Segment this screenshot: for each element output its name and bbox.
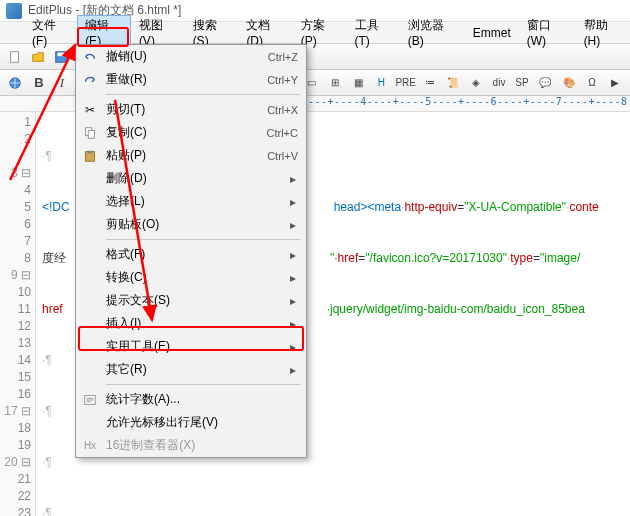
app-icon	[6, 3, 22, 19]
heading-icon[interactable]: H	[370, 73, 392, 93]
menu-help[interactable]: 帮助(H)	[576, 15, 630, 50]
wordcount-icon	[82, 392, 98, 408]
line-gutter: 12 3 ⊟45 678 9 ⊟1011 121314 151617 ⊟ 181…	[0, 112, 36, 516]
italic-icon[interactable]: I	[51, 73, 73, 93]
menu-window[interactable]: 窗口(W)	[519, 15, 576, 50]
menu-file[interactable]: 文件(F)	[24, 15, 77, 50]
open-file-icon[interactable]	[27, 47, 49, 67]
annotation-box-edit	[77, 27, 129, 47]
svg-rect-5	[88, 130, 94, 138]
menu-delete[interactable]: 删除(D)▸	[76, 167, 306, 190]
list-icon[interactable]: ≔	[419, 73, 441, 93]
palette-icon[interactable]: 🎨	[558, 73, 580, 93]
menu-clipboard[interactable]: 剪贴板(O)▸	[76, 213, 306, 236]
char-icon[interactable]: Ω	[581, 73, 603, 93]
menu-tools[interactable]: 工具(T)	[347, 15, 400, 50]
svg-rect-2	[58, 52, 65, 56]
svg-rect-0	[11, 51, 19, 62]
menu-browser[interactable]: 浏览器(B)	[400, 15, 465, 50]
menu-hint[interactable]: 提示文本(S)▸	[76, 289, 306, 312]
scissors-icon: ✂	[82, 102, 98, 118]
paste-icon	[82, 148, 98, 164]
menu-select[interactable]: 选择(L)▸	[76, 190, 306, 213]
menu-redo[interactable]: 重做(R)Ctrl+Y	[76, 68, 306, 91]
comment-icon[interactable]: 💬	[534, 73, 556, 93]
frame-icon[interactable]: ▦	[347, 73, 369, 93]
menu-paste[interactable]: 粘贴(P)Ctrl+V	[76, 144, 306, 167]
menu-cursor-eol[interactable]: 允许光标移出行尾(V)	[76, 411, 306, 434]
hex-icon: Hx	[82, 438, 98, 454]
menu-copy[interactable]: 复制(C)Ctrl+C	[76, 121, 306, 144]
copy-icon	[82, 125, 98, 141]
bold-icon[interactable]: B	[28, 73, 50, 93]
menu-emmet[interactable]: Emmet	[465, 24, 519, 42]
menu-wordcount[interactable]: 统计字数(A)...	[76, 388, 306, 411]
menu-cut[interactable]: ✂ 剪切(T)Ctrl+X	[76, 98, 306, 121]
menu-other[interactable]: 其它(R)▸	[76, 358, 306, 381]
edit-dropdown: 撤销(U)Ctrl+Z 重做(R)Ctrl+Y ✂ 剪切(T)Ctrl+X 复制…	[75, 44, 307, 458]
menu-undo[interactable]: 撤销(U)Ctrl+Z	[76, 45, 306, 68]
save-icon[interactable]	[50, 47, 72, 67]
menu-convert[interactable]: 转换(C)▸	[76, 266, 306, 289]
script-icon[interactable]: 📜	[442, 73, 464, 93]
menu-hex: Hx 16进制查看器(X)	[76, 434, 306, 457]
menu-format[interactable]: 格式(F)▸	[76, 243, 306, 266]
media-icon[interactable]: ▶	[604, 73, 626, 93]
undo-icon	[82, 49, 98, 65]
span-icon[interactable]: SP	[511, 73, 533, 93]
object-icon[interactable]: ◈	[465, 73, 487, 93]
redo-icon	[82, 72, 98, 88]
pre-icon[interactable]: PRE	[393, 73, 418, 93]
table-icon[interactable]: ⊞	[324, 73, 346, 93]
annotation-box-utils	[78, 326, 304, 351]
globe-icon[interactable]	[4, 73, 26, 93]
div-icon[interactable]: div	[488, 73, 510, 93]
svg-rect-7	[87, 150, 92, 153]
new-file-icon[interactable]	[4, 47, 26, 67]
